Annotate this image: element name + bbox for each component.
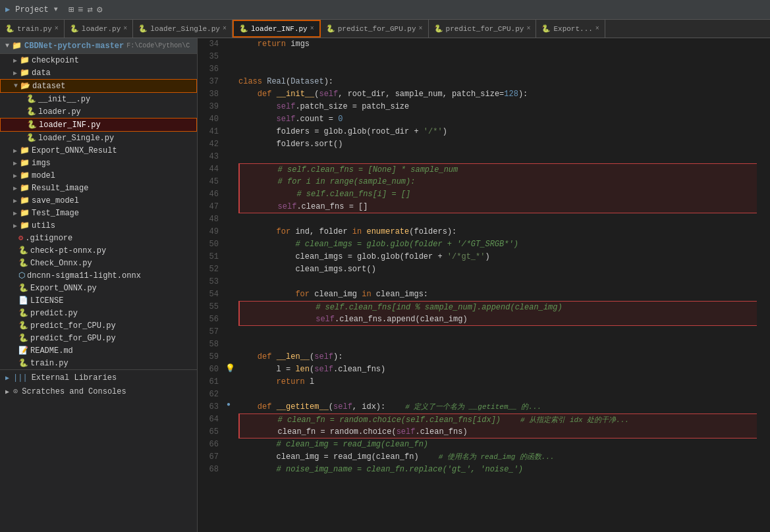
toolbar-icon-1[interactable]: ⊞	[69, 4, 74, 15]
tab-loader-single-label: loader_Single.py	[150, 25, 220, 33]
tab-loader-close[interactable]: ×	[123, 25, 127, 32]
code-line-34: return imgs	[238, 38, 757, 51]
code-line-45: # for i in range(sample_num):	[238, 176, 757, 188]
tab-train-close[interactable]: ×	[55, 25, 59, 32]
sidebar-item-exportonnx[interactable]: 🐍 Export_ONNX.py	[0, 282, 197, 294]
sidebar-item-init[interactable]: 🐍 __init__.py	[0, 93, 197, 105]
sidebar-item-loader-single-label: loader_Single.py	[38, 134, 114, 143]
sidebar-item-export-onnx[interactable]: ▶ 📁 Export_ONNX_Result	[0, 144, 197, 157]
code-line-65: clean_fn = random.choice(self.clean_fns)	[238, 426, 757, 439]
sidebar-item-predict[interactable]: 🐍 predict.py	[0, 307, 197, 319]
sidebar-item-save-model[interactable]: ▶ 📁 save_model	[0, 194, 197, 207]
sidebar-item-test-image[interactable]: ▶ 📁 Test_Image	[0, 207, 197, 219]
project-path: F:\Code\Python\C	[126, 42, 190, 49]
toolbar-icon-2[interactable]: ≡	[78, 5, 83, 15]
code-line-63: def __getitem__(self, idx): # 定义了一个名为 __…	[238, 401, 757, 413]
project-folder-icon: 📁	[12, 41, 22, 51]
folder-result-image-icon: 📁	[20, 183, 30, 193]
sidebar-item-scratches[interactable]: ▶ ⊙ Scratches and Consoles	[0, 385, 197, 398]
tab-loader-inf[interactable]: 🐍 loader_INF.py ×	[233, 20, 321, 38]
sidebar-item-train-label: train.py	[30, 359, 69, 368]
tab-loader[interactable]: 🐍 loader.py ×	[65, 20, 133, 38]
file-loader-icon: 🐍	[26, 107, 36, 117]
sidebar-item-loader-single[interactable]: 🐍 loader_Single.py	[0, 132, 197, 144]
tab-loader-inf-close[interactable]: ×	[310, 25, 314, 32]
tab-train[interactable]: 🐍 train.py ×	[0, 20, 65, 38]
file-license-icon: 📄	[18, 296, 28, 306]
project-icon: ▶	[5, 5, 10, 14]
sidebar-item-checkpt[interactable]: 🐍 check-pt-onnx.py	[0, 244, 197, 257]
code-line-44: # self.clean_fns = [None] * sample_num	[238, 163, 757, 176]
arrow-result-image: ▶	[11, 184, 20, 192]
tab-predict-cpu[interactable]: 🐍 predict_for_CPU.py ×	[429, 20, 537, 38]
tab-predict-cpu-close[interactable]: ×	[526, 25, 530, 32]
folder-checkpoint-icon: 📁	[20, 55, 30, 65]
project-name: CBDNet-pytorch-master	[24, 41, 124, 51]
folder-export-onnx-icon: 📁	[20, 146, 30, 155]
code-line-39: self.patch_size = patch_size	[238, 101, 757, 113]
folder-data-icon: 📁	[20, 68, 30, 78]
sidebar-item-loader-label: loader.py	[38, 107, 81, 117]
arrow-checkpoint: ▶	[11, 57, 20, 65]
lightbulb-icon[interactable]: 💡	[225, 363, 235, 373]
sidebar-item-loader-inf[interactable]: 🐍 loader_INF.py	[0, 118, 197, 132]
sidebar-item-dncnn[interactable]: ⬡ dncnn-sigma11-light.onnx	[0, 269, 197, 282]
sidebar-item-result-image[interactable]: ▶ 📁 Result_image	[0, 182, 197, 194]
arrow-test-image: ▶	[11, 209, 20, 217]
arrow-utils: ▶	[11, 222, 20, 230]
toolbar-icon-3[interactable]: ⇄	[88, 4, 93, 15]
external-libraries-label: External Libraries	[32, 373, 117, 383]
line-numbers: 34 35 36 37 38 39 40 41 42 43 44 45 46 4…	[198, 38, 224, 532]
code-line-59: def __len__(self):	[238, 351, 757, 363]
tab-loader-single[interactable]: 🐍 loader_Single.py ×	[133, 20, 233, 38]
tab-loader-icon: 🐍	[70, 24, 79, 33]
file-readme-icon: 📝	[18, 346, 28, 356]
code-content[interactable]: return imgs class Real(Dataset): def __i…	[238, 38, 770, 532]
top-bar: ▶ Project ▼ ⊞ ≡ ⇄ ⚙	[0, 0, 770, 20]
sidebar-item-imgs[interactable]: ▶ 📁 imgs	[0, 157, 197, 169]
tab-export-close[interactable]: ×	[595, 25, 599, 32]
code-line-42: folders.sort()	[238, 138, 757, 151]
tab-loader-single-close[interactable]: ×	[223, 25, 227, 32]
project-dropdown-icon[interactable]: ▼	[54, 6, 58, 13]
sidebar-item-model[interactable]: ▶ 📁 model	[0, 169, 197, 182]
sidebar-item-dataset[interactable]: ▼ 📂 dataset	[0, 79, 197, 93]
scratches-icon: ▶	[5, 388, 9, 396]
code-line-52: clean_imgs.sort()	[238, 263, 757, 276]
tab-export[interactable]: 🐍 Export... ×	[536, 20, 605, 38]
sidebar-item-license-label: LICENSE	[30, 296, 63, 306]
sidebar-item-utils-label: utils	[32, 221, 55, 230]
sidebar-item-license[interactable]: 📄 LICENSE	[0, 294, 197, 307]
sidebar-item-predict-gpu[interactable]: 🐍 predict_for_GPU.py	[0, 332, 197, 344]
folder-model-icon: 📁	[20, 171, 30, 180]
sidebar-item-data[interactable]: ▶ 📁 data	[0, 66, 197, 79]
code-editor: 34 35 36 37 38 39 40 41 42 43 44 45 46 4…	[198, 38, 770, 532]
toolbar-icon-4[interactable]: ⚙	[97, 4, 102, 15]
file-init-icon: 🐍	[26, 94, 36, 104]
sidebar-item-predict-cpu[interactable]: 🐍 predict_for_CPU.py	[0, 319, 197, 332]
code-line-49: for ind, folder in enumerate(folders):	[238, 226, 757, 238]
gutter: 💡 ●	[224, 38, 238, 532]
sidebar-item-loader[interactable]: 🐍 loader.py	[0, 105, 197, 118]
code-line-60: l = len(self.clean_fns)	[238, 363, 757, 376]
breakpoint-icon[interactable]: ●	[227, 401, 231, 408]
sidebar-item-checkonnx[interactable]: 🐍 Check_Onnx.py	[0, 257, 197, 269]
tab-predict-gpu-close[interactable]: ×	[419, 25, 423, 32]
sidebar-item-external-libraries[interactable]: ▶ ||| External Libraries	[0, 371, 197, 385]
tab-export-icon: 🐍	[541, 24, 551, 33]
sidebar-item-predict-label: predict.py	[30, 309, 78, 318]
code-area[interactable]: 34 35 36 37 38 39 40 41 42 43 44 45 46 4…	[198, 38, 770, 532]
file-tree: ▶ 📁 checkpoint ▶ 📁 data ▼ 📂 dataset 🐍 __…	[0, 54, 197, 369]
tab-predict-gpu[interactable]: 🐍 predict_for_GPU.py ×	[321, 20, 429, 38]
project-root-header[interactable]: ▼ 📁 CBDNet-pytorch-master F:\Code\Python…	[0, 38, 197, 54]
sidebar-item-checkpoint[interactable]: ▶ 📁 checkpoint	[0, 54, 197, 66]
sidebar-item-train[interactable]: 🐍 train.py	[0, 357, 197, 369]
sidebar-item-gitignore[interactable]: ⚙ .gitignore	[0, 232, 197, 244]
external-libraries-bar-icon: |||	[13, 373, 28, 383]
code-line-36	[238, 63, 757, 76]
file-gitignore-icon: ⚙	[18, 233, 23, 243]
sidebar-item-utils[interactable]: ▶ 📁 utils	[0, 219, 197, 232]
arrow-imgs: ▶	[11, 159, 20, 167]
folder-utils-icon: 📁	[20, 221, 30, 230]
sidebar-item-readme[interactable]: 📝 README.md	[0, 344, 197, 357]
